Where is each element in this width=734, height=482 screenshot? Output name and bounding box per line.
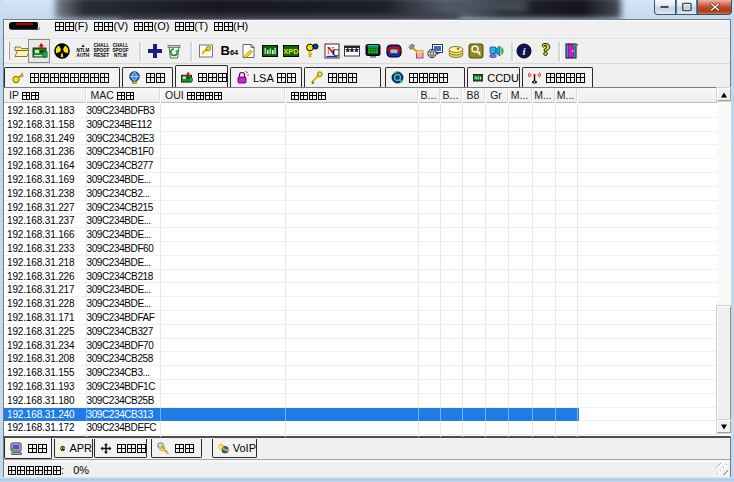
svg-text:XPD: XPD	[283, 47, 299, 56]
svg-text:***: ***	[346, 46, 360, 58]
